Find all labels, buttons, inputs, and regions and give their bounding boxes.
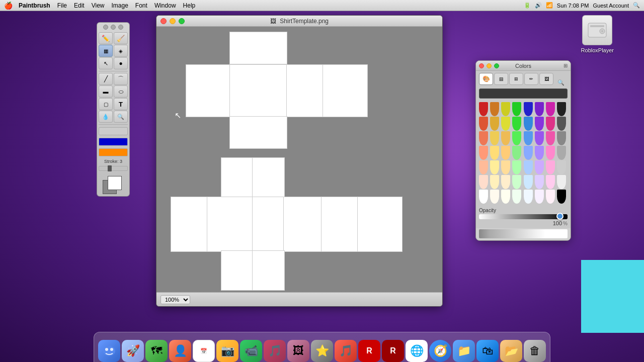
crayon-color-30[interactable] bbox=[546, 146, 555, 160]
opacity-thumb[interactable] bbox=[556, 213, 564, 220]
crayon-color-43[interactable] bbox=[512, 175, 521, 189]
crayon-color-25[interactable] bbox=[490, 146, 499, 160]
crayon-color-18[interactable] bbox=[501, 131, 510, 145]
crayon-color-38[interactable] bbox=[546, 160, 555, 174]
crayon-color-11[interactable] bbox=[512, 117, 521, 131]
text-tool[interactable]: T bbox=[114, 98, 128, 110]
dock-preview[interactable]: 🖼 bbox=[287, 340, 309, 362]
colors-close-btn[interactable] bbox=[479, 63, 484, 68]
curve-tool[interactable]: ⌒ bbox=[114, 73, 128, 85]
crayon-color-52[interactable] bbox=[524, 190, 533, 204]
brush-tool[interactable]: ✏️ bbox=[99, 32, 113, 44]
crayon-color-15[interactable] bbox=[557, 117, 566, 131]
fill-tool[interactable]: ● bbox=[114, 57, 128, 69]
line-tool[interactable]: ╱ bbox=[99, 73, 113, 85]
menu-file[interactable]: File bbox=[57, 2, 67, 9]
pointer-tool[interactable]: ↖ bbox=[99, 57, 113, 69]
crayon-color-22[interactable] bbox=[546, 131, 555, 145]
dock-facetime[interactable]: 📹 bbox=[240, 340, 262, 362]
crayon-color-44[interactable] bbox=[524, 175, 533, 189]
dock-appstore[interactable]: 🛍 bbox=[476, 340, 499, 362]
crayon-color-16[interactable] bbox=[479, 131, 488, 145]
crayon-color-23[interactable] bbox=[557, 131, 566, 145]
menu-paintbrush[interactable]: Paintbrush bbox=[19, 2, 50, 9]
crayon-color-3[interactable] bbox=[512, 102, 521, 116]
apple-menu[interactable]: 🍎 bbox=[4, 2, 13, 10]
dock-roblox-2[interactable]: R bbox=[382, 340, 404, 362]
rect-tool[interactable]: ▬ bbox=[99, 85, 113, 98]
crayon-color-20[interactable] bbox=[524, 131, 533, 145]
crayon-color-32[interactable] bbox=[479, 160, 488, 174]
colors-tab-palette[interactable]: ⊞ bbox=[509, 73, 523, 85]
colors-min-btn[interactable] bbox=[487, 63, 492, 68]
crayon-color-17[interactable] bbox=[490, 131, 499, 145]
second-color-swatch[interactable] bbox=[99, 148, 128, 156]
crayon-color-21[interactable] bbox=[535, 131, 544, 145]
crayon-color-49[interactable] bbox=[490, 190, 499, 204]
colors-tab-custom[interactable]: 🖼 bbox=[539, 73, 553, 85]
crayon-color-50[interactable] bbox=[501, 190, 510, 204]
minimize-button[interactable] bbox=[170, 18, 176, 24]
crayon-color-29[interactable] bbox=[535, 146, 544, 160]
toolbar-tl-1[interactable] bbox=[103, 25, 108, 30]
dock-finder-2[interactable]: 📂 bbox=[500, 340, 522, 362]
crayon-color-40[interactable] bbox=[479, 175, 488, 189]
menu-help[interactable]: Help bbox=[183, 2, 196, 9]
crayon-color-27[interactable] bbox=[512, 146, 521, 160]
colors-max-btn[interactable] bbox=[494, 63, 499, 68]
colors-tab-wheel[interactable]: 🎨 bbox=[479, 73, 493, 85]
crayon-color-45[interactable] bbox=[535, 175, 544, 189]
fill-color-swatch[interactable] bbox=[99, 138, 128, 146]
crayon-color-10[interactable] bbox=[501, 117, 510, 131]
crayon-color-41[interactable] bbox=[490, 175, 499, 189]
crayon-color-48[interactable] bbox=[479, 190, 488, 204]
crayon-color-4[interactable] bbox=[524, 102, 533, 116]
crayon-color-55[interactable] bbox=[557, 190, 566, 204]
crayon-color-39[interactable] bbox=[557, 160, 566, 174]
dock-safari[interactable]: 🧭 bbox=[429, 340, 451, 362]
crayon-color-37[interactable] bbox=[535, 160, 544, 174]
dock-launchpad[interactable]: 🚀 bbox=[122, 340, 144, 362]
crayon-color-36[interactable] bbox=[524, 160, 533, 174]
lasso-tool[interactable]: ◈ bbox=[114, 45, 128, 57]
stroke-border-swatch[interactable] bbox=[99, 127, 128, 135]
crayon-color-54[interactable] bbox=[546, 190, 555, 204]
crayon-color-7[interactable] bbox=[557, 102, 566, 116]
colors-expand-btn[interactable]: ⊞ bbox=[564, 63, 568, 68]
dock-itunes[interactable]: 🎵 bbox=[264, 340, 286, 362]
crayon-color-34[interactable] bbox=[501, 160, 510, 174]
crayon-color-31[interactable] bbox=[557, 146, 566, 160]
crayon-color-13[interactable] bbox=[535, 117, 544, 131]
crayon-color-53[interactable] bbox=[535, 190, 544, 204]
crayon-color-2[interactable] bbox=[501, 102, 510, 116]
fg-color-square[interactable] bbox=[108, 176, 122, 190]
zoom-select[interactable]: 100% bbox=[160, 295, 190, 304]
menu-image[interactable]: Image bbox=[112, 2, 128, 9]
crayon-color-24[interactable] bbox=[479, 146, 488, 160]
roundrect-tool[interactable]: ▢ bbox=[99, 98, 113, 110]
crayon-color-28[interactable] bbox=[524, 146, 533, 160]
stroke-slider[interactable] bbox=[99, 166, 128, 171]
oval-tool[interactable]: ⬭ bbox=[114, 85, 128, 98]
maximize-button[interactable] bbox=[179, 18, 185, 24]
crayon-color-1[interactable] bbox=[490, 102, 499, 116]
menu-edit[interactable]: Edit bbox=[74, 2, 85, 9]
zoom-tool[interactable]: 🔍 bbox=[114, 111, 128, 123]
roblox-player-icon[interactable]: RobloxPlayer bbox=[581, 15, 614, 53]
crayon-color-51[interactable] bbox=[512, 190, 521, 204]
crayon-color-35[interactable] bbox=[512, 160, 521, 174]
eraser-tool[interactable]: 🧹 bbox=[114, 32, 128, 44]
crayon-color-0[interactable] bbox=[479, 102, 488, 116]
crayon-color-12[interactable] bbox=[524, 117, 533, 131]
menubar-user[interactable]: Guest Account bbox=[593, 3, 629, 9]
dock-photos[interactable]: 📷 bbox=[216, 340, 238, 362]
crayon-color-26[interactable] bbox=[501, 146, 510, 160]
toolbar-tl-3[interactable] bbox=[118, 25, 123, 30]
opacity-slider[interactable] bbox=[479, 214, 568, 219]
dock-music[interactable]: 🎵 bbox=[335, 340, 357, 362]
color-strip[interactable] bbox=[479, 229, 568, 238]
crayon-color-5[interactable] bbox=[535, 102, 544, 116]
dock-trash[interactable]: 🗑 bbox=[524, 340, 546, 362]
crayon-color-9[interactable] bbox=[490, 117, 499, 131]
dock-finder[interactable] bbox=[98, 340, 120, 362]
